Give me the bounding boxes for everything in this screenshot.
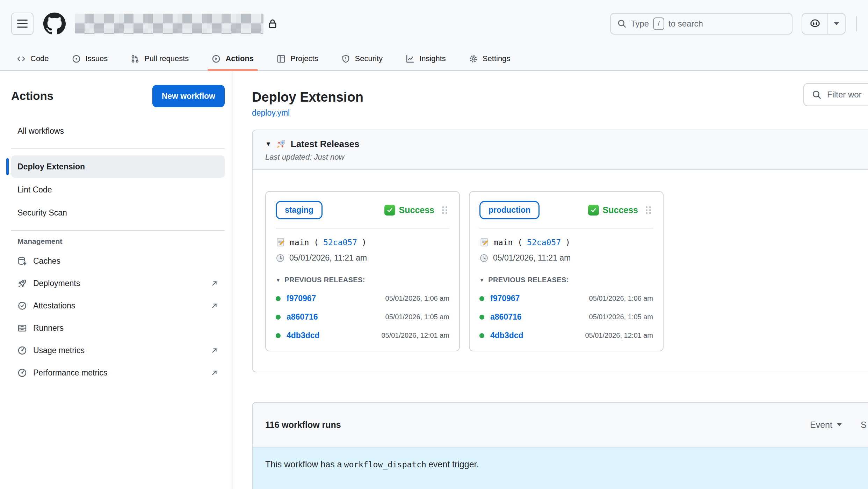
check-mark-icon [384,205,395,216]
filter-placeholder: Filter wor [827,90,862,100]
play-icon [212,54,220,63]
previous-release-row: 4db3dcd 05/01/2026, 12:01 am [479,331,653,340]
release-card-staging: staging Success ma [265,191,460,351]
last-updated-text: Last updated: Just now [265,153,868,162]
global-search-input[interactable]: Type / to search [610,13,793,35]
gear-icon [469,54,478,63]
sidebar-item-label: Caches [33,256,60,266]
sidebar-item-all-workflows[interactable]: All workflows [11,120,225,142]
chevron-down-icon [834,22,839,25]
hamburger-menu-button[interactable] [11,13,34,35]
page-title: Deploy Extension [252,89,868,105]
tab-actions[interactable]: Actions [203,47,262,70]
tab-insights[interactable]: Insights [397,47,454,70]
sidebar-item-attestations[interactable]: Attestations [11,294,225,317]
new-workflow-button[interactable]: New workflow [152,85,225,107]
deployed-at-row: 05/01/2026, 11:21 am [276,253,449,263]
previous-release-row: a860716 05/01/2026, 1:05 am [276,312,449,322]
tab-code[interactable]: Code [8,47,57,70]
app-header: Type / to search [0,0,868,47]
tab-issues[interactable]: Issues [64,47,116,70]
commit-link[interactable]: a860716 [287,312,318,322]
notice-text: This workflow has a [265,459,342,469]
collapse-caret-icon[interactable]: ▼ [265,140,272,148]
card-divider [276,228,449,228]
previous-releases-label: ▼ PREVIOUS RELEASES: [479,276,653,284]
environment-pill[interactable]: production [479,201,540,219]
environment-pill[interactable]: staging [276,201,323,219]
notice-text: event trigger. [428,459,479,469]
sidebar-item-label: Deploy Extension [17,162,85,171]
commit-link[interactable]: 52ca057 [323,238,357,247]
sidebar-item-usage-metrics[interactable]: Usage metrics [11,339,225,362]
drag-grip-icon[interactable] [440,205,449,215]
repo-tab-nav: Code Issues Pull requests Actions Projec… [0,47,868,71]
sidebar-item-label: Attestations [33,301,75,311]
workflow-file-link[interactable]: deploy.yml [252,108,290,118]
sidebar-item-caches[interactable]: Caches [11,250,225,272]
tab-settings[interactable]: Settings [461,47,519,70]
main-content: Deploy Extension deploy.yml Filter wor ▼… [232,71,868,489]
sidebar-item-deploy-extension[interactable]: Deploy Extension [11,155,225,178]
meter-icon [17,368,27,378]
server-icon [17,323,27,333]
green-dot-icon [276,333,281,338]
status-filter-dropdown-partial[interactable]: S [861,420,867,430]
issue-icon [72,54,81,63]
previous-release-row: f970967 05/01/2026, 1:06 am [276,294,449,303]
tab-label: Actions [225,54,254,63]
workflow-runs-panel: 116 workflow runs Event S This workflow … [252,402,868,489]
github-logo-icon[interactable] [43,13,66,35]
commit-link[interactable]: 52ca057 [527,238,561,247]
commit-link[interactable]: f970967 [287,294,316,303]
release-date: 05/01/2026, 1:06 am [589,294,653,302]
search-placeholder-prefix: Type [631,19,649,29]
management-section-label: Management [17,237,225,246]
tab-security[interactable]: Security [333,47,391,70]
commit-link[interactable]: 4db3dcd [490,331,523,340]
collapse-caret-icon[interactable]: ▼ [479,277,484,283]
copilot-button[interactable] [802,13,846,35]
collapse-caret-icon[interactable]: ▼ [276,277,281,283]
graph-icon [406,54,414,63]
previous-release-row: f970967 05/01/2026, 1:06 am [479,294,653,303]
redacted-repo-breadcrumb[interactable] [75,14,263,34]
tab-label: Projects [290,54,318,63]
deployed-at-row: 05/01/2026, 11:21 am [479,253,653,263]
tab-label: Code [30,54,49,63]
sidebar-item-runners[interactable]: Runners [11,317,225,339]
status-label: Success [603,205,638,215]
copilot-icon[interactable] [802,14,827,34]
green-dot-icon [479,315,484,320]
event-filter-label: Event [810,420,832,430]
header-divider [856,16,857,31]
sidebar-divider [11,230,225,231]
green-dot-icon [276,296,281,301]
drag-grip-icon[interactable] [644,205,653,215]
sidebar-item-deployments[interactable]: Deployments [11,272,225,294]
memo-emoji-icon [276,238,285,247]
commit-link[interactable]: f970967 [490,294,520,303]
lock-icon [267,17,278,30]
verified-badge-icon [17,301,27,311]
filter-workflow-runs-input[interactable]: Filter wor [803,83,868,106]
tab-label: Settings [483,54,511,63]
tab-pull-requests[interactable]: Pull requests [122,47,197,70]
sidebar-item-lint-code[interactable]: Lint Code [11,178,225,201]
search-icon [617,19,627,28]
tab-projects[interactable]: Projects [268,47,326,70]
sidebar-title: Actions [11,89,53,103]
sidebar-item-performance-metrics[interactable]: Performance metrics [11,362,225,384]
commit-link[interactable]: 4db3dcd [287,331,320,340]
release-date: 05/01/2026, 12:01 am [381,331,449,340]
release-date: 05/01/2026, 12:01 am [585,331,653,340]
sidebar-item-security-scan[interactable]: Security Scan [11,202,225,224]
sidebar-item-label: Lint Code [17,185,52,195]
search-placeholder-suffix: to search [668,19,703,29]
tab-label: Insights [419,54,446,63]
event-filter-dropdown[interactable]: Event [810,420,842,430]
commit-link[interactable]: a860716 [490,312,522,322]
sidebar-item-label: Security Scan [17,208,67,218]
copilot-dropdown-button[interactable] [828,14,845,34]
clock-emoji-icon [479,254,489,263]
